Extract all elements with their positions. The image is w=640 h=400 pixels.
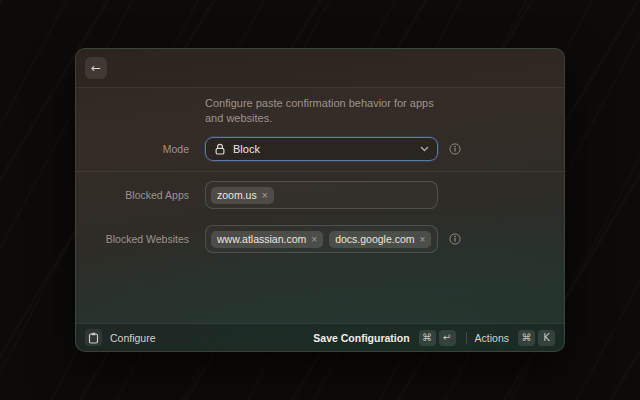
tag-docs.google.com[interactable]: docs.google.com× <box>329 231 431 248</box>
remove-tag-icon[interactable]: × <box>262 190 268 201</box>
window-header: ← <box>76 49 564 88</box>
tag-zoom.us[interactable]: zoom.us× <box>211 187 274 204</box>
lock-icon <box>214 143 226 156</box>
mode-info-icon[interactable] <box>449 143 461 155</box>
mode-value: Block <box>233 143 260 155</box>
return-key-icon: ↵ <box>439 330 456 346</box>
cmd-key-icon: ⌘ <box>419 330 436 346</box>
mode-row: Mode Block <box>76 137 564 161</box>
remove-tag-icon[interactable]: × <box>311 234 317 245</box>
back-button[interactable]: ← <box>85 57 107 79</box>
form-description: Configure paste confirmation behavior fo… <box>205 96 445 126</box>
mode-label: Mode <box>76 143 189 155</box>
blocked-websites-label: Blocked Websites <box>76 233 189 245</box>
k-key-icon: K <box>538 330 555 346</box>
blocked-websites-field[interactable]: www.atlassian.com×docs.google.com× <box>205 225 438 253</box>
cmd-key-icon: ⌘ <box>518 330 535 346</box>
command-identity: Configure <box>85 329 156 346</box>
blocked-apps-row: Blocked Apps zoom.us× <box>76 181 564 209</box>
blocked-apps-label: Blocked Apps <box>76 189 189 201</box>
save-configuration-label: Save Configuration <box>313 332 409 344</box>
tag-label: docs.google.com <box>335 233 414 245</box>
footer-divider <box>466 332 467 344</box>
form-content: Configure paste confirmation behavior fo… <box>76 88 564 253</box>
remove-tag-icon[interactable]: × <box>420 234 426 245</box>
clipboard-icon <box>85 329 102 346</box>
chevron-down-icon <box>420 146 429 152</box>
mode-select[interactable]: Block <box>205 137 438 161</box>
configure-window: ← Configure paste confirmation behavior … <box>75 48 565 352</box>
actions-label: Actions <box>475 332 509 344</box>
blocked-websites-info-icon[interactable] <box>449 233 461 245</box>
back-arrow-icon: ← <box>91 62 101 74</box>
action-bar: Configure Save Configuration ⌘ ↵ Actions… <box>76 323 564 351</box>
blocked-websites-row: Blocked Websites www.atlassian.com×docs.… <box>76 225 564 253</box>
command-title: Configure <box>110 332 156 344</box>
actions-button[interactable]: Actions ⌘ K <box>475 330 555 346</box>
footer-actions: Save Configuration ⌘ ↵ Actions ⌘ K <box>313 330 555 346</box>
tag-label: www.atlassian.com <box>217 233 306 245</box>
tag-label: zoom.us <box>217 189 257 201</box>
tag-www.atlassian.com[interactable]: www.atlassian.com× <box>211 231 323 248</box>
blocked-apps-field[interactable]: zoom.us× <box>205 181 438 209</box>
save-configuration-button[interactable]: Save Configuration ⌘ ↵ <box>313 330 455 346</box>
section-divider <box>76 171 564 172</box>
